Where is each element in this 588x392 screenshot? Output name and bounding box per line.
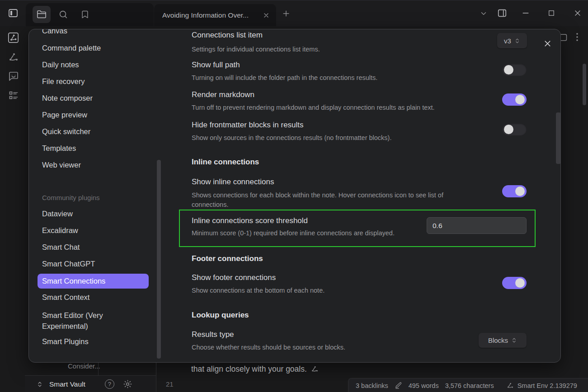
tab-list-button[interactable]	[477, 7, 490, 20]
window-close-icon	[573, 9, 582, 18]
smart-connections-view-icon	[7, 32, 19, 44]
plus-icon	[282, 9, 291, 18]
tab-title: Avoiding Information Over...	[162, 11, 263, 19]
minimize-button[interactable]	[519, 6, 532, 20]
smart-connections-icon	[8, 52, 19, 63]
toggle-knob	[504, 65, 513, 75]
smart-connections-ribbon-button[interactable]	[7, 51, 20, 64]
settings-nav-daily-notes[interactable]: Daily notes	[42, 61, 79, 69]
settings-nav-quick-switcher[interactable]: Quick switcher	[42, 127, 90, 136]
backlinks-count[interactable]: 3 backlinks	[356, 382, 388, 389]
results-type-select[interactable]: Blocks	[479, 333, 527, 348]
clipped-file-label: Consider...	[68, 362, 151, 370]
vault-switcher-icon	[37, 380, 43, 388]
setting-connections-list-item-desc: Settings for individual connections list…	[192, 46, 320, 53]
pane-scrollbar[interactable]	[583, 64, 586, 105]
settings-nav-smart-context[interactable]: Smart Context	[42, 293, 89, 302]
status-bar: 3 backlinks 495 words 3,576 characters S…	[348, 378, 588, 392]
smart-connections-view-button[interactable]	[6, 31, 20, 44]
word-count[interactable]: 495 words	[409, 382, 439, 389]
vault-bar[interactable]: Smart Vault ?	[25, 375, 156, 392]
maximize-button[interactable]	[545, 6, 558, 20]
settings-nav-web-viewer[interactable]: Web viewer	[42, 161, 81, 169]
toggle-knob	[515, 187, 525, 196]
editor-line-text: that align closely with your goals.	[191, 364, 307, 374]
setting-show-inline-connections: Show inline connections	[192, 177, 274, 187]
note-tab[interactable]: Avoiding Information Over...	[154, 4, 276, 26]
setting-score-threshold-desc: Minimum score (0-1) required before inli…	[192, 229, 395, 237]
settings-nav-smart-chatgpt[interactable]: Smart ChatGPT	[42, 260, 95, 268]
setting-show-footer-connections: Show footer connections	[192, 273, 276, 282]
results-type-value: Blocks	[488, 336, 508, 344]
settings-nav-excalidraw[interactable]: Excalidraw	[42, 226, 78, 235]
smart-chat-ribbon-button[interactable]	[7, 70, 20, 83]
chevrons-up-down-icon	[511, 337, 517, 343]
score-threshold-input[interactable]	[427, 217, 527, 234]
search-tab-button[interactable]	[54, 6, 72, 23]
setting-show-footer-connections-desc: Show connections at the bottom of each n…	[192, 287, 325, 294]
blocks-list-icon	[8, 90, 19, 101]
settings-nav-templates[interactable]: Templates	[42, 144, 76, 153]
pencil-icon[interactable]	[395, 382, 402, 389]
setting-results-type-desc: Choose whether results should be sources…	[192, 344, 345, 351]
hide-frontmatter-toggle[interactable]	[502, 123, 527, 135]
chevrons-up-down-icon	[514, 38, 520, 44]
editor-visible-line: that align closely with your goals.	[191, 364, 319, 374]
show-inline-connections-toggle[interactable]	[502, 185, 527, 197]
chevron-down-icon	[480, 9, 488, 18]
settings-modal: Canvas Command palette Daily notes File …	[28, 29, 561, 363]
minimize-icon	[521, 9, 530, 18]
settings-content-scrollbar[interactable]	[556, 112, 561, 164]
show-footer-connections-toggle[interactable]	[502, 277, 527, 289]
setting-score-threshold: Inline connections score threshold	[192, 216, 308, 225]
sidebar-header-strip	[26, 3, 154, 26]
settings-nav-smart-plugins[interactable]: Smart Plugins	[42, 337, 89, 346]
left-sidebar-toggle-button[interactable]	[6, 6, 20, 20]
left-sidebar-toggle-icon	[8, 8, 19, 19]
setting-show-full-path-desc: Turning on will include the folder path …	[192, 74, 377, 81]
setting-render-markdown: Render markdown	[192, 90, 254, 99]
settings-nav-smart-editor[interactable]: Smart Editor (Very Experimental)	[42, 310, 147, 331]
heading-lookup-queries: Lookup queries	[192, 311, 249, 320]
blocks-list-ribbon-button[interactable]	[7, 89, 20, 102]
toggle-knob	[515, 278, 525, 288]
smart-env-version[interactable]: Smart Env 2.139279	[517, 382, 577, 389]
settings-nav-canvas[interactable]: Canvas	[42, 29, 67, 35]
settings-nav-file-recovery[interactable]: File recovery	[42, 77, 85, 86]
window-close-button[interactable]	[571, 6, 584, 20]
settings-nav-smart-connections[interactable]: Smart Connections	[38, 274, 149, 289]
right-sidebar-toggle-icon	[497, 8, 507, 18]
new-tab-button[interactable]	[279, 7, 293, 20]
files-tab-button[interactable]	[33, 6, 51, 23]
settings-nav-page-preview[interactable]: Page preview	[42, 111, 87, 119]
right-sidebar-toggle-button[interactable]	[495, 6, 509, 20]
settings-nav-command-palette[interactable]: Command palette	[42, 44, 101, 52]
character-count[interactable]: 3,576 characters	[445, 382, 494, 389]
version-select[interactable]: v3	[497, 33, 527, 48]
settings-nav-smart-chat[interactable]: Smart Chat	[42, 243, 80, 252]
close-icon	[543, 39, 552, 48]
modal-close-button[interactable]	[541, 37, 554, 50]
settings-nav-note-composer[interactable]: Note composer	[42, 94, 93, 103]
setting-hide-frontmatter: Hide frontmatter blocks in results	[192, 121, 304, 130]
help-button[interactable]: ?	[105, 379, 114, 389]
show-full-path-toggle[interactable]	[502, 64, 527, 76]
folder-icon	[37, 9, 47, 19]
settings-nav-dataview[interactable]: Dataview	[42, 210, 73, 218]
setting-show-full-path: Show full path	[192, 61, 240, 70]
inline-connections-icon[interactable]	[311, 365, 319, 373]
render-markdown-toggle[interactable]	[502, 93, 527, 106]
bookmark-icon	[80, 10, 89, 19]
settings-gear-button[interactable]	[123, 379, 132, 389]
smart-env-icon	[507, 382, 514, 389]
setting-render-markdown-desc: Turn off to prevent rendering markdown a…	[192, 104, 435, 111]
search-icon	[58, 9, 68, 19]
pane-divider	[156, 363, 156, 392]
bookmarks-tab-button[interactable]	[76, 6, 94, 23]
setting-results-type: Results type	[192, 330, 234, 339]
obsidian-window: Avoiding Information Over...	[0, 0, 588, 392]
tab-close-icon[interactable]	[263, 12, 270, 19]
sidebar-divider	[98, 363, 99, 375]
more-options-icon[interactable]	[574, 32, 581, 42]
settings-sidebar-scrollbar[interactable]	[157, 160, 161, 359]
